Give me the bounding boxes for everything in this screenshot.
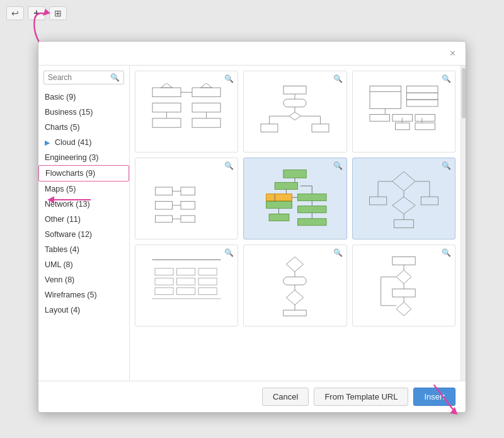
svg-rect-56 [298, 206, 326, 213]
svg-marker-93 [396, 270, 411, 284]
svg-rect-86 [284, 277, 306, 285]
svg-rect-47 [275, 183, 298, 190]
sidebar-item-cloud[interactable]: ▶ Cloud (41) [38, 135, 129, 150]
sidebar-item-network[interactable]: Network (13) [38, 197, 129, 212]
svg-rect-75 [177, 268, 195, 275]
template-card-9[interactable]: 🔍 [352, 245, 455, 326]
svg-marker-62 [392, 171, 415, 191]
sidebar-item-venn[interactable]: Venn (8) [38, 272, 129, 287]
sidebar-item-label: UML (8) [45, 260, 73, 269]
svg-rect-72 [394, 220, 413, 228]
svg-rect-95 [392, 289, 415, 297]
back-button[interactable]: ↩ [6, 6, 24, 20]
zoom-icon-3[interactable]: 🔍 [442, 74, 451, 83]
svg-marker-97 [396, 302, 411, 316]
svg-marker-10 [161, 83, 173, 88]
sidebar-item-uml[interactable]: UML (8) [38, 257, 129, 272]
grid-button[interactable]: ⊞ [49, 6, 67, 20]
template-url-button[interactable]: From Template URL [314, 388, 408, 406]
template-card-7[interactable]: 🔍 [135, 245, 238, 326]
svg-rect-79 [198, 278, 217, 285]
svg-rect-2 [192, 88, 220, 96]
svg-rect-78 [177, 278, 195, 285]
search-box[interactable]: 🔍 [43, 71, 124, 84]
sidebar-item-tables[interactable]: Tables (4) [38, 242, 129, 257]
svg-rect-5 [152, 118, 181, 127]
insert-button[interactable]: Insert [413, 388, 455, 406]
svg-marker-11 [201, 83, 212, 88]
zoom-icon-8[interactable]: 🔍 [333, 248, 343, 257]
zoom-icon-5[interactable]: 🔍 [333, 161, 343, 170]
template-card-4[interactable]: 🔍 [135, 158, 238, 239]
svg-rect-51 [266, 202, 292, 209]
svg-rect-35 [415, 123, 435, 130]
svg-rect-74 [155, 268, 173, 275]
svg-rect-14 [284, 99, 306, 107]
dialog-body: 🔍 Basic (9) Business (15) Charts (5) ▶ C… [38, 66, 466, 381]
sidebar-item-maps[interactable]: Maps (5) [38, 182, 129, 197]
sidebar-item-business[interactable]: Business (15) [38, 105, 129, 120]
svg-rect-33 [395, 123, 410, 130]
svg-rect-36 [156, 187, 173, 195]
sidebar-item-other[interactable]: Other (11) [38, 212, 129, 227]
svg-rect-40 [156, 216, 173, 222]
svg-rect-28 [370, 115, 390, 122]
svg-rect-82 [198, 288, 217, 295]
svg-rect-90 [284, 310, 306, 316]
search-input[interactable] [48, 73, 110, 82]
sidebar-item-label: Venn (8) [45, 275, 74, 284]
template-thumb-4 [135, 158, 238, 239]
template-card-3[interactable]: 🔍 [352, 71, 455, 153]
zoom-icon-4[interactable]: 🔍 [224, 161, 234, 170]
template-thumb-6 [353, 158, 455, 239]
svg-rect-22 [312, 124, 329, 132]
sidebar-item-label: Cloud (41) [55, 138, 91, 147]
search-icon: 🔍 [110, 73, 120, 82]
svg-rect-25 [406, 86, 438, 93]
dialog-header: × [38, 42, 466, 66]
sidebar-item-label: Software (12) [45, 230, 92, 239]
cloud-icon: ▶ [45, 139, 52, 146]
svg-rect-41 [181, 216, 195, 222]
sidebar-item-wireframes[interactable]: Wireframes (5) [38, 287, 129, 303]
template-card-5[interactable]: 🔍 [243, 158, 346, 239]
category-list: Basic (9) Business (15) Charts (5) ▶ Clo… [38, 89, 129, 318]
sidebar-item-label: Wireframes (5) [45, 291, 97, 299]
sidebar-item-label: Network (13) [45, 200, 90, 209]
sidebar-item-engineering[interactable]: Engineering (3) [38, 150, 129, 165]
template-dialog: × 🔍 Basic (9) Business (15) Charts (5) [38, 41, 466, 413]
svg-rect-6 [192, 118, 220, 127]
svg-rect-70 [421, 197, 438, 205]
zoom-icon-1[interactable]: 🔍 [224, 74, 234, 83]
zoom-icon-6[interactable]: 🔍 [442, 161, 451, 170]
svg-rect-23 [370, 86, 401, 109]
cancel-button[interactable]: Cancel [262, 388, 309, 406]
template-card-6[interactable]: 🔍 [352, 158, 455, 239]
svg-rect-39 [181, 202, 195, 210]
plus-icon: + [33, 8, 39, 19]
close-button[interactable]: × [450, 49, 455, 59]
svg-rect-67 [369, 197, 386, 205]
scrollbar-track[interactable] [461, 66, 466, 381]
svg-rect-27 [406, 100, 438, 107]
grid-icon: ⊞ [54, 8, 62, 18]
zoom-icon-9[interactable]: 🔍 [442, 248, 451, 257]
sidebar-item-software[interactable]: Software (12) [38, 227, 129, 242]
zoom-icon-7[interactable]: 🔍 [224, 248, 234, 257]
svg-rect-58 [298, 219, 326, 226]
add-button[interactable]: + [28, 6, 45, 20]
svg-rect-80 [155, 288, 173, 295]
template-thumb-2 [244, 71, 346, 152]
svg-rect-45 [284, 170, 306, 178]
template-thumb-3 [353, 71, 455, 152]
sidebar-item-charts[interactable]: Charts (5) [38, 120, 129, 135]
template-card-2[interactable]: 🔍 [243, 71, 346, 153]
sidebar-item-basic[interactable]: Basic (9) [38, 89, 129, 105]
scrollbar-thumb[interactable] [462, 68, 466, 118]
template-card-8[interactable]: 🔍 [243, 245, 346, 326]
sidebar-item-layout[interactable]: Layout (4) [38, 303, 129, 318]
sidebar-item-flowcharts[interactable]: Flowcharts (9) [38, 165, 129, 182]
zoom-icon-2[interactable]: 🔍 [333, 74, 343, 83]
template-card-1[interactable]: 🔍 [135, 71, 238, 153]
svg-marker-88 [287, 290, 304, 305]
